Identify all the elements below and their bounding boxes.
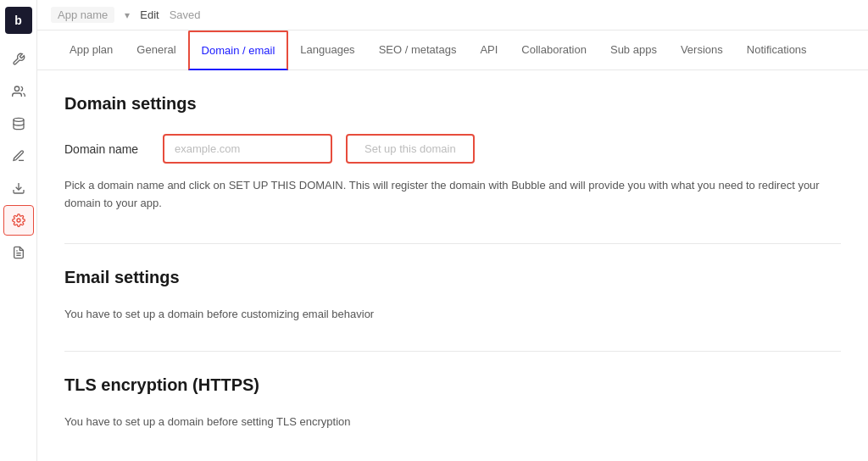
topbar: App name ▾ Edit Saved [37, 0, 868, 31]
main-content: App name ▾ Edit Saved App plan General D… [37, 31, 868, 461]
email-settings-title: Email settings [64, 268, 841, 287]
section-divider-1 [64, 243, 841, 244]
sidebar-item-pencil[interactable] [3, 141, 34, 171]
svg-point-3 [17, 219, 20, 222]
domain-name-row: Domain name Set up this domain [64, 134, 841, 164]
domain-hint-text: Pick a domain name and click on SET UP T… [64, 177, 827, 213]
tab-seo-metatags[interactable]: SEO / metatags [367, 31, 469, 69]
tab-notifications[interactable]: Notifications [735, 31, 819, 69]
tab-languages[interactable]: Languages [288, 31, 366, 69]
tab-general[interactable]: General [125, 31, 187, 69]
tls-settings-title: TLS encryption (HTTPS) [64, 375, 841, 395]
tab-bar: App plan General Domain / email Language… [37, 31, 868, 70]
sidebar-item-download[interactable] [3, 173, 34, 203]
domain-settings-title: Domain settings [64, 94, 841, 114]
setup-domain-button[interactable]: Set up this domain [346, 134, 475, 164]
tab-app-plan[interactable]: App plan [58, 31, 125, 69]
email-settings-message: You have to set up a domain before custo… [64, 308, 841, 320]
tab-sub-apps[interactable]: Sub apps [598, 31, 669, 69]
svg-point-1 [14, 118, 24, 121]
topbar-edit-label[interactable]: Edit [140, 8, 159, 21]
sidebar-item-users[interactable] [3, 76, 34, 107]
sidebar-item-settings[interactable] [3, 205, 34, 236]
domain-input[interactable] [163, 134, 332, 164]
tls-settings-message: You have to set up a domain before setti… [64, 415, 841, 428]
content-area: Domain settings Domain name Set up this … [37, 70, 868, 461]
app-name: App name [51, 7, 114, 23]
topbar-arrow-icon: ▾ [125, 9, 130, 21]
domain-label: Domain name [64, 142, 149, 156]
sidebar-item-database[interactable] [3, 108, 34, 139]
svg-point-0 [14, 86, 19, 91]
tab-versions[interactable]: Versions [669, 31, 735, 69]
tab-domain-email[interactable]: Domain / email [188, 31, 289, 70]
section-divider-2 [64, 351, 841, 352]
tab-collaboration[interactable]: Collaboration [509, 31, 598, 69]
sidebar: b [0, 0, 37, 461]
sidebar-item-tools[interactable] [3, 44, 34, 75]
tab-api[interactable]: API [468, 31, 509, 69]
sidebar-item-document[interactable] [3, 237, 34, 268]
app-logo[interactable]: b [5, 7, 32, 34]
topbar-saved-label: Saved [170, 8, 201, 21]
